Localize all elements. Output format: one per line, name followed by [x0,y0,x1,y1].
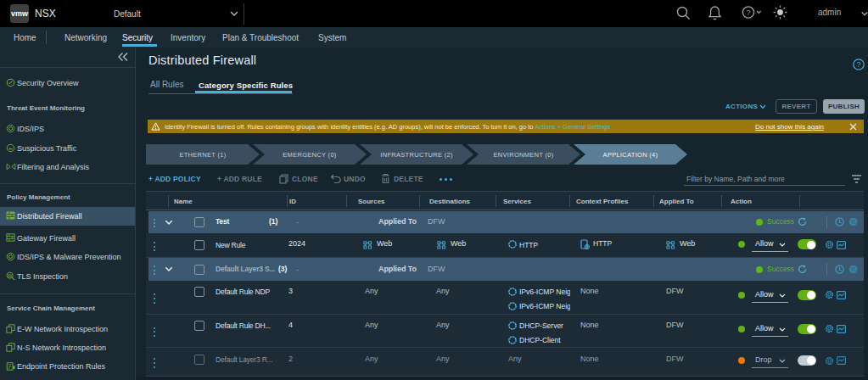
svg-text:?: ? [857,60,861,69]
svg-text:?: ? [746,8,750,17]
